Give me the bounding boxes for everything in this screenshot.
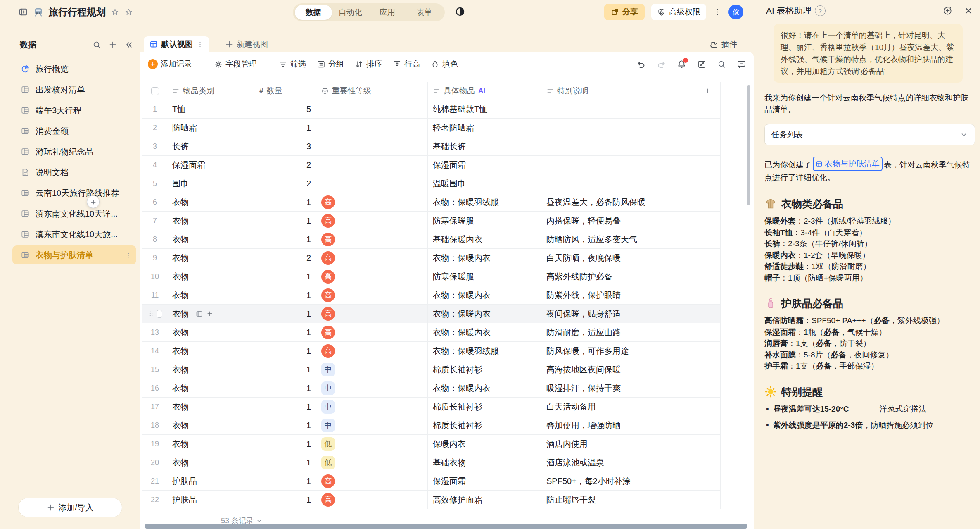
item-cell[interactable]: 高效修护面霜 xyxy=(427,491,541,509)
favorite-star-icon[interactable] xyxy=(124,8,133,17)
tab-automation[interactable]: 自动化 xyxy=(332,5,369,20)
note-cell[interactable]: 吸湿排汗，保持干爽 xyxy=(541,379,694,398)
note-cell[interactable]: SPF50+，每2小时补涂 xyxy=(541,472,694,491)
row-number[interactable]: 6 xyxy=(142,193,167,212)
table-row[interactable]: 21护肤品1高保湿面霜SPF50+，每2小时补涂 xyxy=(142,472,721,491)
category-cell[interactable]: 衣物 xyxy=(167,286,254,305)
add-record-button[interactable]: +添加记录 xyxy=(148,59,192,69)
theme-toggle-icon[interactable] xyxy=(455,6,465,17)
new-view-button[interactable]: 新建视图 xyxy=(225,36,268,52)
level-cell[interactable]: 高 xyxy=(316,491,427,509)
quick-add-icon[interactable] xyxy=(206,310,213,317)
item-cell[interactable]: 棉质长袖衬衫 xyxy=(427,398,541,416)
quantity-cell[interactable]: 1 xyxy=(254,342,316,360)
quantity-cell[interactable]: 1 xyxy=(254,398,316,416)
note-cell[interactable]: 防晒防风，适应多变天气 xyxy=(541,230,694,249)
row-checkbox[interactable] xyxy=(157,310,162,318)
row-number[interactable]: 18 xyxy=(142,416,167,435)
table-row[interactable]: 11衣物1高衣物：保暖内衣防紫外线，保护眼睛 xyxy=(142,286,721,305)
column-header[interactable]: 物品类别 xyxy=(167,82,254,100)
item-cell[interactable]: 基础保暖内衣 xyxy=(427,230,541,249)
item-cell[interactable]: 防寒保暖服 xyxy=(427,267,541,286)
table-row[interactable]: 8衣物1高基础保暖内衣防晒防风，适应多变天气 xyxy=(142,230,721,249)
vertical-scrollbar[interactable] xyxy=(747,85,750,205)
quantity-cell[interactable]: 1 xyxy=(254,305,316,323)
sidebar-item[interactable]: 滇东南文化线10天旅... xyxy=(12,224,136,245)
level-cell[interactable]: 高 xyxy=(316,305,427,323)
quantity-cell[interactable]: 1 xyxy=(254,491,316,509)
quantity-cell[interactable]: 1 xyxy=(254,119,316,137)
level-cell[interactable]: 低 xyxy=(316,435,427,453)
category-cell[interactable]: 衣物 xyxy=(167,453,254,472)
item-cell[interactable]: 轻奢防晒霜 xyxy=(427,119,541,137)
quantity-cell[interactable]: 1 xyxy=(254,193,316,212)
sidebar-item[interactable]: 云南10天旅行路线推荐 xyxy=(12,183,136,203)
undo-icon[interactable] xyxy=(636,60,646,69)
table-link[interactable]: 衣物与护肤清单 xyxy=(813,157,883,171)
table-row[interactable]: 2防晒霜1轻奢防晒霜 xyxy=(142,119,721,137)
category-cell[interactable]: 衣物 xyxy=(167,267,254,286)
level-cell[interactable]: 高 xyxy=(316,286,427,305)
quantity-cell[interactable]: 1 xyxy=(254,360,316,379)
table-row[interactable]: 5围巾2温暖围巾 xyxy=(142,174,721,193)
close-icon[interactable] xyxy=(963,6,973,16)
item-cell[interactable]: 棉质长袖衬衫 xyxy=(427,416,541,435)
quantity-cell[interactable]: 2 xyxy=(254,174,316,193)
note-cell[interactable]: 夜间保暖，贴身舒适 xyxy=(541,305,694,323)
new-chat-icon[interactable] xyxy=(943,6,953,16)
horizontal-scrollbar[interactable] xyxy=(145,524,747,529)
field-manage-button[interactable]: 字段管理 xyxy=(214,59,257,69)
column-header[interactable]: #数量... xyxy=(254,82,316,100)
row-number[interactable]: 19 xyxy=(142,435,167,453)
category-cell[interactable]: 衣物 xyxy=(167,212,254,230)
level-cell[interactable]: 低 xyxy=(316,453,427,472)
avatar[interactable]: 俊 xyxy=(728,5,743,19)
table-row[interactable]: 15衣物1中棉质长袖衬衫高海拔地区夜间保暖 xyxy=(142,360,721,379)
note-cell[interactable]: 防风保暖，可作多用途 xyxy=(541,342,694,360)
table-row[interactable]: 22护肤品1高高效修护面霜防止嘴唇干裂 xyxy=(142,491,721,509)
category-cell[interactable]: 衣物 xyxy=(167,323,254,342)
sidebar-search-icon[interactable] xyxy=(93,41,101,49)
note-cell[interactable] xyxy=(541,119,694,137)
row-number[interactable]: 5 xyxy=(142,174,167,193)
note-cell[interactable]: 白天防晒，夜晚保暖 xyxy=(541,249,694,267)
level-cell[interactable]: 高 xyxy=(316,342,427,360)
note-cell[interactable]: 高海拔地区夜间保暖 xyxy=(541,360,694,379)
help-icon[interactable]: ? xyxy=(815,5,826,16)
tab-data[interactable]: 数据 xyxy=(295,5,332,20)
table-row[interactable]: 10衣物1高防寒保暖服高紫外线防护必备 xyxy=(142,267,721,286)
level-cell[interactable] xyxy=(316,100,427,119)
row-number[interactable]: 4 xyxy=(142,156,167,174)
category-cell[interactable]: 护肤品 xyxy=(167,491,254,509)
note-cell[interactable] xyxy=(541,174,694,193)
note-cell[interactable]: 白天活动备用 xyxy=(541,398,694,416)
quantity-cell[interactable]: 1 xyxy=(254,416,316,435)
tab-app[interactable]: 应用 xyxy=(369,5,406,20)
category-cell[interactable]: 衣物 xyxy=(167,305,254,323)
quantity-cell[interactable]: 2 xyxy=(254,249,316,267)
record-edit-icon[interactable] xyxy=(697,60,707,69)
quantity-cell[interactable]: 1 xyxy=(254,472,316,491)
table-row[interactable]: 16衣物1中衣物：保暖内衣吸湿排汗，保持干爽 xyxy=(142,379,721,398)
row-number[interactable]: 2 xyxy=(142,119,167,137)
more-menu-icon[interactable] xyxy=(713,7,722,17)
category-cell[interactable]: 长裤 xyxy=(167,137,254,156)
view-tab-menu-icon[interactable] xyxy=(197,41,204,48)
row-number[interactable]: 15 xyxy=(142,360,167,379)
redo-icon[interactable] xyxy=(657,60,666,69)
quantity-cell[interactable]: 1 xyxy=(254,453,316,472)
note-cell[interactable]: 防滑耐磨，适应山路 xyxy=(541,323,694,342)
table-row[interactable]: 4保湿面霜2保湿面霜 xyxy=(142,156,721,174)
item-cell[interactable]: 衣物：保暖内衣 xyxy=(427,379,541,398)
quantity-cell[interactable]: 3 xyxy=(254,137,316,156)
group-button[interactable]: 分组 xyxy=(317,59,344,69)
category-cell[interactable]: 衣物 xyxy=(167,398,254,416)
note-cell[interactable] xyxy=(541,100,694,119)
table-row[interactable]: 18衣物1中棉质长袖衬衫叠加使用，增强防晒 xyxy=(142,416,721,435)
item-cell[interactable]: 衣物：保暖羽绒服 xyxy=(427,193,541,212)
quick-access-star-icon[interactable] xyxy=(111,8,119,17)
item-cell[interactable]: 棉质长袖衬衫 xyxy=(427,360,541,379)
note-cell[interactable]: 防紫外线，保护眼睛 xyxy=(541,286,694,305)
quantity-cell[interactable]: 1 xyxy=(254,323,316,342)
item-cell[interactable]: 保湿面霜 xyxy=(427,472,541,491)
